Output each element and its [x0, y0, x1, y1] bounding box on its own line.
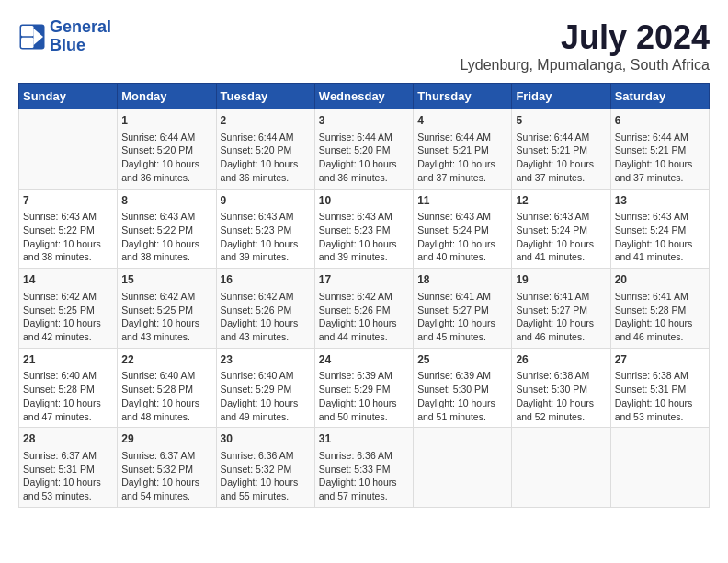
logo-icon — [18, 23, 46, 51]
day-cell: 11Sunrise: 6:43 AMSunset: 5:24 PMDayligh… — [414, 189, 512, 269]
day-info: Sunrise: 6:43 AMSunset: 5:22 PMDaylight:… — [121, 210, 211, 264]
day-cell: 2Sunrise: 6:44 AMSunset: 5:20 PMDaylight… — [216, 109, 314, 190]
day-info: Sunrise: 6:40 AMSunset: 5:28 PMDaylight:… — [121, 369, 211, 423]
day-info: Sunrise: 6:43 AMSunset: 5:23 PMDaylight:… — [319, 210, 409, 264]
header-cell-friday: Friday — [512, 84, 610, 109]
calendar-header: SundayMondayTuesdayWednesdayThursdayFrid… — [19, 84, 710, 109]
day-info: Sunrise: 6:38 AMSunset: 5:30 PMDaylight:… — [516, 369, 606, 423]
day-info: Sunrise: 6:44 AMSunset: 5:20 PMDaylight:… — [121, 131, 211, 185]
day-number: 24 — [319, 352, 409, 368]
day-info: Sunrise: 6:40 AMSunset: 5:28 PMDaylight:… — [23, 369, 113, 423]
day-info: Sunrise: 6:44 AMSunset: 5:21 PMDaylight:… — [615, 131, 705, 185]
day-info: Sunrise: 6:43 AMSunset: 5:24 PMDaylight:… — [615, 210, 705, 264]
day-info: Sunrise: 6:43 AMSunset: 5:24 PMDaylight:… — [417, 210, 507, 264]
day-cell: 15Sunrise: 6:42 AMSunset: 5:25 PMDayligh… — [118, 269, 216, 349]
day-info: Sunrise: 6:39 AMSunset: 5:30 PMDaylight:… — [417, 369, 507, 423]
day-cell: 21Sunrise: 6:40 AMSunset: 5:28 PMDayligh… — [19, 348, 118, 428]
day-cell: 19Sunrise: 6:41 AMSunset: 5:27 PMDayligh… — [512, 269, 610, 349]
day-number: 2 — [221, 113, 311, 129]
day-cell: 25Sunrise: 6:39 AMSunset: 5:30 PMDayligh… — [414, 348, 512, 428]
day-number: 4 — [417, 113, 507, 129]
day-info: Sunrise: 6:41 AMSunset: 5:27 PMDaylight:… — [417, 290, 507, 344]
day-cell: 28Sunrise: 6:37 AMSunset: 5:31 PMDayligh… — [19, 428, 118, 508]
day-info: Sunrise: 6:39 AMSunset: 5:29 PMDaylight:… — [319, 369, 409, 423]
calendar-subtitle: Lydenburg, Mpumalanga, South Africa — [460, 57, 710, 74]
day-cell: 7Sunrise: 6:43 AMSunset: 5:22 PMDaylight… — [19, 189, 118, 269]
header-cell-sunday: Sunday — [19, 84, 118, 109]
day-info: Sunrise: 6:38 AMSunset: 5:31 PMDaylight:… — [615, 369, 705, 423]
day-number: 20 — [615, 272, 705, 288]
day-cell: 17Sunrise: 6:42 AMSunset: 5:26 PMDayligh… — [314, 269, 413, 349]
day-number: 10 — [319, 193, 409, 209]
day-number: 31 — [319, 431, 409, 447]
day-cell: 31Sunrise: 6:36 AMSunset: 5:33 PMDayligh… — [314, 428, 413, 508]
header-row: SundayMondayTuesdayWednesdayThursdayFrid… — [19, 84, 710, 109]
day-cell: 24Sunrise: 6:39 AMSunset: 5:29 PMDayligh… — [314, 348, 413, 428]
header-cell-saturday: Saturday — [610, 84, 709, 109]
day-number: 22 — [121, 352, 211, 368]
day-cell: 5Sunrise: 6:44 AMSunset: 5:21 PMDaylight… — [512, 109, 610, 190]
day-number: 6 — [615, 113, 705, 129]
day-number: 29 — [121, 431, 211, 447]
day-number: 3 — [319, 113, 409, 129]
day-info: Sunrise: 6:36 AMSunset: 5:33 PMDaylight:… — [319, 449, 409, 503]
day-info: Sunrise: 6:44 AMSunset: 5:21 PMDaylight:… — [516, 131, 606, 185]
day-number: 1 — [121, 113, 211, 129]
day-cell: 23Sunrise: 6:40 AMSunset: 5:29 PMDayligh… — [216, 348, 314, 428]
week-row-2: 7Sunrise: 6:43 AMSunset: 5:22 PMDaylight… — [19, 189, 710, 269]
day-number: 21 — [23, 352, 113, 368]
day-number: 23 — [221, 352, 311, 368]
day-info: Sunrise: 6:42 AMSunset: 5:26 PMDaylight:… — [319, 290, 409, 344]
day-cell: 22Sunrise: 6:40 AMSunset: 5:28 PMDayligh… — [118, 348, 216, 428]
day-number: 27 — [615, 352, 705, 368]
header-cell-monday: Monday — [118, 84, 216, 109]
day-number: 18 — [417, 272, 507, 288]
day-cell: 14Sunrise: 6:42 AMSunset: 5:25 PMDayligh… — [19, 269, 118, 349]
title-block: July 2024 Lydenburg, Mpumalanga, South A… — [460, 18, 710, 74]
day-cell: 6Sunrise: 6:44 AMSunset: 5:21 PMDaylight… — [610, 109, 709, 190]
day-cell: 20Sunrise: 6:41 AMSunset: 5:28 PMDayligh… — [610, 269, 709, 349]
day-cell — [610, 428, 709, 508]
day-info: Sunrise: 6:43 AMSunset: 5:24 PMDaylight:… — [516, 210, 606, 264]
day-number: 26 — [516, 352, 606, 368]
day-cell: 10Sunrise: 6:43 AMSunset: 5:23 PMDayligh… — [314, 189, 413, 269]
day-info: Sunrise: 6:37 AMSunset: 5:32 PMDaylight:… — [121, 449, 211, 503]
day-cell: 16Sunrise: 6:42 AMSunset: 5:26 PMDayligh… — [216, 269, 314, 349]
day-number: 15 — [121, 272, 211, 288]
day-info: Sunrise: 6:36 AMSunset: 5:32 PMDaylight:… — [221, 449, 311, 503]
day-number: 14 — [23, 272, 113, 288]
calendar-table: SundayMondayTuesdayWednesdayThursdayFrid… — [18, 83, 710, 508]
day-cell: 9Sunrise: 6:43 AMSunset: 5:23 PMDaylight… — [216, 189, 314, 269]
day-cell — [512, 428, 610, 508]
day-info: Sunrise: 6:41 AMSunset: 5:28 PMDaylight:… — [615, 290, 705, 344]
day-number: 25 — [417, 352, 507, 368]
day-info: Sunrise: 6:40 AMSunset: 5:29 PMDaylight:… — [221, 369, 311, 423]
week-row-3: 14Sunrise: 6:42 AMSunset: 5:25 PMDayligh… — [19, 269, 710, 349]
day-cell: 30Sunrise: 6:36 AMSunset: 5:32 PMDayligh… — [216, 428, 314, 508]
day-cell: 8Sunrise: 6:43 AMSunset: 5:22 PMDaylight… — [118, 189, 216, 269]
day-info: Sunrise: 6:43 AMSunset: 5:23 PMDaylight:… — [221, 210, 311, 264]
header-cell-wednesday: Wednesday — [314, 84, 413, 109]
day-info: Sunrise: 6:37 AMSunset: 5:31 PMDaylight:… — [23, 449, 113, 503]
svg-rect-3 — [21, 38, 34, 48]
day-cell: 1Sunrise: 6:44 AMSunset: 5:20 PMDaylight… — [118, 109, 216, 190]
day-number: 5 — [516, 113, 606, 129]
day-info: Sunrise: 6:42 AMSunset: 5:25 PMDaylight:… — [121, 290, 211, 344]
page-header: General Blue July 2024 Lydenburg, Mpumal… — [18, 18, 710, 74]
day-number: 28 — [23, 431, 113, 447]
day-cell: 13Sunrise: 6:43 AMSunset: 5:24 PMDayligh… — [610, 189, 709, 269]
day-info: Sunrise: 6:44 AMSunset: 5:20 PMDaylight:… — [319, 131, 409, 185]
day-number: 9 — [221, 193, 311, 209]
day-cell: 27Sunrise: 6:38 AMSunset: 5:31 PMDayligh… — [610, 348, 709, 428]
day-number: 7 — [23, 193, 113, 209]
header-cell-thursday: Thursday — [414, 84, 512, 109]
week-row-4: 21Sunrise: 6:40 AMSunset: 5:28 PMDayligh… — [19, 348, 710, 428]
day-cell: 26Sunrise: 6:38 AMSunset: 5:30 PMDayligh… — [512, 348, 610, 428]
day-cell: 4Sunrise: 6:44 AMSunset: 5:21 PMDaylight… — [414, 109, 512, 190]
day-info: Sunrise: 6:42 AMSunset: 5:26 PMDaylight:… — [221, 290, 311, 344]
day-number: 17 — [319, 272, 409, 288]
day-info: Sunrise: 6:43 AMSunset: 5:22 PMDaylight:… — [23, 210, 113, 264]
logo: General Blue — [18, 18, 111, 55]
day-number: 11 — [417, 193, 507, 209]
day-cell: 3Sunrise: 6:44 AMSunset: 5:20 PMDaylight… — [314, 109, 413, 190]
